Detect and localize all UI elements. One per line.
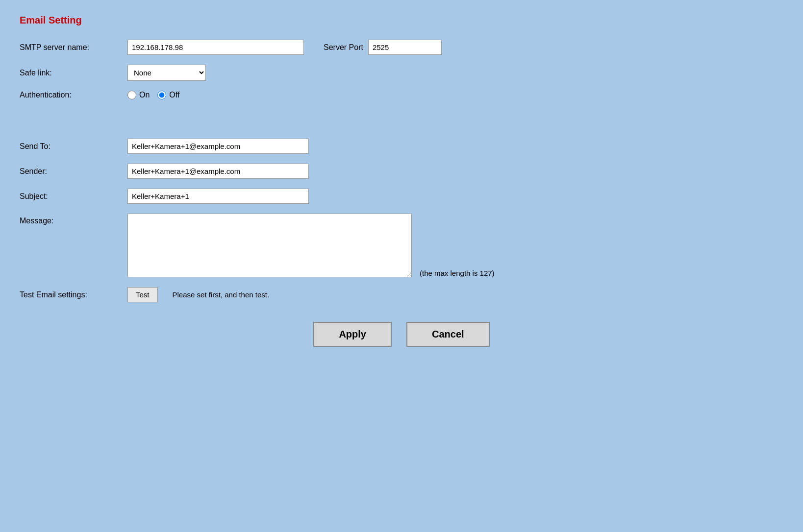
subject-input[interactable] [127, 189, 309, 204]
message-label: Message: [20, 214, 127, 225]
apply-button[interactable]: Apply [313, 322, 392, 347]
server-port-input[interactable] [368, 40, 442, 55]
auth-on-radio[interactable] [127, 91, 136, 99]
auth-off-option[interactable]: Off [157, 91, 179, 99]
authentication-radio-group: On Off [127, 91, 179, 99]
smtp-server-label: SMTP server name: [20, 43, 127, 52]
message-textarea[interactable] [127, 214, 412, 277]
sender-label: Sender: [20, 167, 127, 176]
test-email-label: Test Email settings: [20, 290, 127, 299]
auth-off-radio[interactable] [157, 91, 166, 99]
auth-on-option[interactable]: On [127, 91, 150, 99]
server-port-label: Server Port [324, 43, 363, 52]
smtp-server-input[interactable] [127, 40, 304, 55]
test-note: Please set first, and then test. [173, 290, 270, 299]
safe-link-label: Safe link: [20, 69, 127, 77]
auth-off-label: Off [169, 91, 179, 99]
subject-label: Subject: [20, 192, 127, 201]
send-to-label: Send To: [20, 142, 127, 151]
authentication-label: Authentication: [20, 91, 127, 99]
message-note: (the max length is 127) [420, 269, 495, 277]
test-button[interactable]: Test [127, 287, 158, 302]
sender-input[interactable] [127, 164, 309, 179]
auth-on-label: On [139, 91, 150, 99]
cancel-button[interactable]: Cancel [406, 322, 490, 347]
send-to-input[interactable] [127, 139, 309, 154]
safe-link-select[interactable]: None SSL TLS [127, 65, 206, 81]
page-title: Email Setting [20, 15, 783, 26]
